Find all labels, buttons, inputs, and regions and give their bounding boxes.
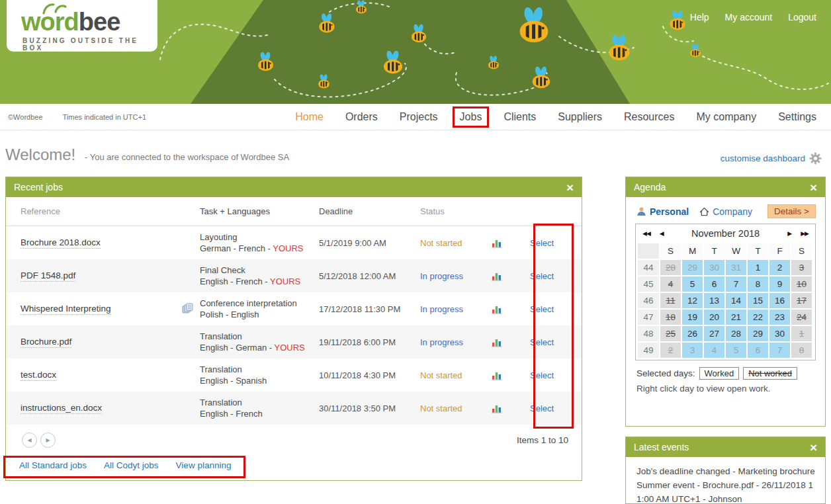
calendar-day[interactable]: 16 — [769, 293, 790, 308]
gear-icon[interactable] — [809, 152, 822, 165]
nav-item-suppliers[interactable]: Suppliers — [558, 111, 602, 123]
task-name: Final Check — [200, 265, 319, 276]
calendar-day[interactable]: 6 — [748, 343, 768, 358]
calendar-day[interactable]: 7 — [726, 276, 746, 292]
tab-personal[interactable]: Personal — [636, 206, 689, 217]
close-icon[interactable]: × — [810, 441, 817, 454]
calendar-day[interactable]: 28 — [660, 260, 681, 275]
job-reference-link[interactable]: Whispered Interpreting — [21, 304, 111, 315]
jobs-link-all-standard-jobs[interactable]: All Standard jobs — [19, 460, 87, 470]
deadline-value: 5/12/2018 12:00 AM — [319, 271, 420, 281]
calendar-day[interactable]: 2 — [660, 343, 681, 358]
nav-item-my-company[interactable]: My company — [696, 111, 756, 123]
calendar-day[interactable]: 9 — [769, 276, 790, 292]
select-link[interactable]: Select — [530, 337, 554, 347]
header-link-my-account[interactable]: My account — [725, 12, 773, 22]
calendar-day[interactable]: 10 — [791, 276, 812, 292]
calendar-day[interactable]: 1 — [791, 326, 812, 341]
nav-item-orders[interactable]: Orders — [345, 111, 378, 123]
job-reference-link[interactable]: Brochure.pdf — [21, 337, 71, 348]
calendar-day[interactable]: 24 — [791, 310, 812, 325]
calendar-day[interactable]: 28 — [726, 326, 746, 341]
status-chart-icon[interactable] — [480, 370, 514, 380]
calendar-day[interactable]: 5 — [682, 276, 703, 292]
calendar-day[interactable]: 1 — [748, 260, 768, 275]
calendar-day[interactable]: 4 — [704, 343, 724, 358]
nav-item-settings[interactable]: Settings — [778, 111, 816, 123]
page-next-button[interactable]: ▶ — [40, 433, 56, 448]
header-link-logout[interactable]: Logout — [788, 12, 816, 22]
calendar-day[interactable]: 29 — [748, 326, 768, 341]
next-month-icon[interactable]: ▶ — [787, 230, 791, 237]
select-link[interactable]: Select — [530, 304, 554, 314]
status-chart-icon[interactable] — [480, 403, 514, 413]
page-prev-button[interactable]: ◀ — [22, 433, 37, 448]
status-chart-icon[interactable] — [480, 337, 514, 347]
prev-year-icon[interactable]: ◀◀ — [642, 230, 650, 237]
calendar-day[interactable]: 17 — [791, 293, 812, 308]
calendar-day[interactable]: 6 — [704, 276, 724, 292]
status-label: Not started — [420, 370, 480, 380]
calendar-day[interactable]: 15 — [748, 293, 768, 308]
calendar-day[interactable]: 3 — [791, 260, 812, 275]
status-chart-icon[interactable] — [480, 271, 514, 281]
job-reference-link[interactable]: test.docx — [21, 370, 56, 381]
nav-item-projects[interactable]: Projects — [400, 111, 438, 123]
nav-item-clients[interactable]: Clients — [503, 111, 536, 123]
header-link-help[interactable]: Help — [690, 12, 709, 22]
nav-item-jobs[interactable]: Jobs — [453, 106, 490, 128]
calendar-day[interactable]: 22 — [748, 310, 768, 325]
tab-company[interactable]: Company — [699, 206, 752, 217]
bee-icon — [409, 24, 429, 46]
calendar-day[interactable]: 31 — [726, 260, 746, 275]
calendar-day[interactable]: 21 — [726, 310, 746, 325]
job-reference-link[interactable]: instructions_en.docx — [21, 403, 102, 414]
event-item: Job's deadline changed - Marketing broch… — [626, 457, 825, 504]
jobs-link-all-codyt-jobs[interactable]: All Codyt jobs — [104, 460, 159, 470]
logo-tagline: BUZZING OUTSIDE THE BOX — [22, 37, 157, 52]
week-number: 44 — [638, 260, 659, 275]
calendar-day[interactable]: 3 — [682, 343, 703, 358]
close-icon[interactable]: × — [810, 181, 817, 194]
task-name: Conference interpretation — [200, 298, 319, 309]
select-link[interactable]: Select — [530, 238, 554, 248]
calendar-day[interactable]: 7 — [769, 343, 790, 358]
nav-item-home[interactable]: Home — [295, 111, 324, 123]
calendar-day[interactable]: 29 — [682, 260, 703, 275]
calendar-day[interactable]: 30 — [769, 326, 790, 341]
calendar-day[interactable]: 27 — [704, 326, 724, 341]
calendar-day[interactable]: 4 — [660, 276, 681, 292]
calendar-day[interactable]: 26 — [682, 326, 703, 341]
job-reference-link[interactable]: Brochure 2018.docx — [21, 237, 101, 249]
next-year-icon[interactable]: ▶▶ — [801, 230, 809, 237]
select-link[interactable]: Select — [530, 370, 554, 380]
nav-item-resources[interactable]: Resources — [624, 111, 674, 123]
calendar-day[interactable]: 12 — [682, 293, 703, 308]
calendar-day[interactable]: 25 — [660, 326, 681, 341]
calendar-day[interactable]: 18 — [660, 310, 681, 325]
close-icon[interactable]: × — [566, 181, 574, 194]
wordbee-logo[interactable]: wordbee BUZZING OUTSIDE THE BOX — [7, 0, 157, 52]
calendar-day[interactable]: 23 — [769, 310, 790, 325]
col-header-status: Status — [420, 206, 480, 216]
calendar-day[interactable]: 14 — [726, 293, 746, 308]
select-link[interactable]: Select — [530, 271, 554, 281]
calendar-day[interactable]: 5 — [726, 343, 746, 358]
agenda-panel: Agenda × Personal Company Details > ◀◀ — [625, 177, 826, 427]
status-chart-icon[interactable] — [480, 238, 514, 248]
calendar-day[interactable]: 8 — [748, 276, 768, 292]
calendar-day[interactable]: 8 — [791, 343, 812, 358]
job-reference-link[interactable]: PDF 1548.pdf — [21, 271, 75, 282]
customise-dashboard-label[interactable]: customise dashboard — [721, 153, 805, 163]
calendar-day[interactable]: 11 — [660, 293, 681, 308]
calendar-day[interactable]: 2 — [769, 260, 790, 275]
status-chart-icon[interactable] — [480, 304, 514, 314]
calendar-day[interactable]: 19 — [682, 310, 703, 325]
jobs-link-view-planning[interactable]: View planning — [176, 460, 232, 470]
calendar-day[interactable]: 13 — [704, 293, 724, 308]
customise-dashboard-link[interactable]: customise dashboard — [721, 152, 822, 165]
calendar-day[interactable]: 20 — [704, 310, 724, 325]
details-button[interactable]: Details > — [767, 204, 816, 218]
select-link[interactable]: Select — [530, 403, 554, 413]
calendar-day[interactable]: 30 — [704, 260, 724, 275]
